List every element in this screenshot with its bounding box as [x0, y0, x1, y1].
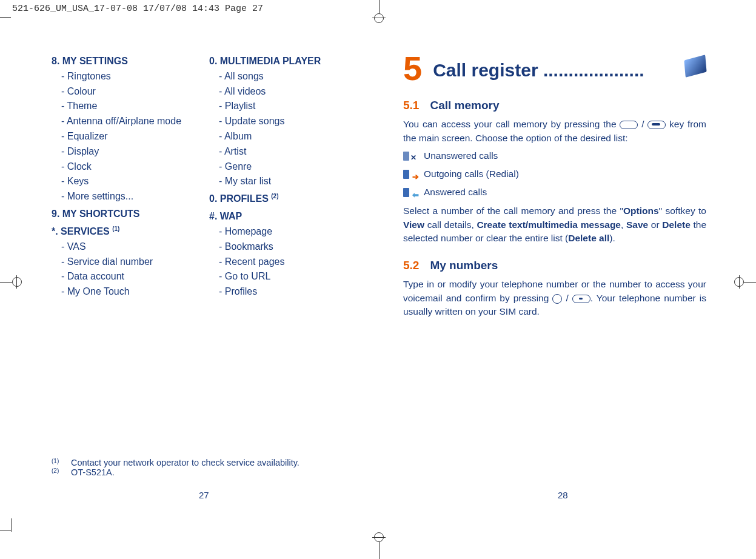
heading-multimedia-player: 0. MULTIMEDIA PLAYER: [209, 54, 355, 69]
call-register-icon: [684, 55, 706, 78]
list-item: Colour: [52, 84, 197, 99]
list-item: Playlist: [209, 99, 355, 114]
left-column-2: 0. MULTIMEDIA PLAYER All songs All video…: [209, 52, 355, 319]
bold-text: View: [403, 219, 424, 230]
paragraph: Type in or modify your telephone number …: [403, 278, 706, 318]
list-item: Data account: [52, 269, 197, 284]
text: call details,: [424, 219, 477, 230]
outgoing-calls-icon: ➔: [403, 169, 415, 179]
list-item: Display: [52, 144, 197, 159]
bold-text: Options: [623, 206, 659, 216]
heading-services: *. SERVICES (1): [52, 224, 197, 239]
list-item: More settings...: [52, 189, 197, 204]
crop-mark-left: [0, 273, 30, 291]
bold-text: Create text/multimedia message: [477, 219, 621, 230]
heading-text: *. SERVICES: [52, 226, 110, 236]
list-item: Profiles: [209, 284, 355, 300]
paragraph: Select a number of the call memory and p…: [403, 204, 706, 245]
footnote-ref: (1): [112, 226, 119, 232]
bold-text: Delete: [662, 219, 691, 230]
call-type-row: ➔ Outgoing calls (Redial): [403, 167, 706, 181]
text: ,: [621, 219, 626, 230]
list-item: VAS: [52, 239, 197, 255]
footnote-ref: (2): [271, 193, 278, 199]
call-type-row: ⬅ Answered calls: [403, 185, 706, 199]
list-item: Theme: [52, 99, 197, 114]
key-icon: [620, 121, 638, 129]
list-item: Album: [209, 129, 355, 144]
footnote-text: Contact your network operator to check s…: [71, 458, 299, 467]
crop-tick: [0, 531, 11, 531]
list-item: Artist: [209, 144, 355, 159]
bold-text: Delete all: [568, 233, 609, 243]
list-item: Antenna off/Airplane mode: [52, 114, 197, 129]
text: You can access your call memory by press…: [403, 119, 620, 129]
footnote-text: OT-S521A.: [71, 467, 115, 477]
answered-calls-icon: ⬅: [403, 187, 415, 197]
crop-tick: [0, 17, 11, 18]
call-type-row: ✕ Unanswered calls: [403, 149, 706, 163]
crop-mark-bottom: [358, 526, 400, 559]
page-number-left: 27: [199, 490, 209, 500]
key-icon: [552, 294, 562, 304]
list-item: Keys: [52, 174, 197, 189]
footnote-marker: (2): [52, 467, 62, 474]
heading-wap: #. WAP: [209, 209, 355, 224]
page-28: 5 Call register .................... 5.1…: [403, 52, 706, 319]
paragraph: You can access your call memory by press…: [403, 118, 706, 145]
heading-my-shortcuts: 9. MY SHORTCUTS: [52, 207, 197, 222]
footnote-2: (2) OT-S521A.: [52, 467, 299, 477]
bold-text: Save: [626, 219, 648, 230]
list-item: My One Touch: [52, 284, 197, 300]
chapter-number: 5: [403, 52, 422, 85]
text: or: [648, 219, 662, 230]
label: Unanswered calls: [424, 149, 498, 163]
list-item: Recent pages: [209, 255, 355, 270]
list-item: Service dial number: [52, 255, 197, 270]
section-5-1: 5.1 Call memory You can access your call…: [403, 96, 706, 246]
heading-profiles: 0. PROFILES (2): [209, 192, 355, 207]
list-item: Homepage: [209, 224, 355, 239]
text: Select a number of the call memory and p…: [403, 206, 623, 216]
list-item: Equalizer: [52, 129, 197, 144]
key-icon: [647, 121, 666, 129]
list-item: All songs: [209, 69, 355, 84]
left-column-1: 8. MY SETTINGS Ringtones Colour Theme An…: [52, 52, 197, 319]
text: " softkey to: [659, 206, 706, 216]
chapter-header: 5 Call register ....................: [403, 52, 706, 85]
list-item: My star list: [209, 174, 355, 189]
list-item: Clock: [52, 159, 197, 175]
crop-mark-right: [726, 273, 756, 291]
section-number: 5.2: [403, 256, 419, 274]
list-item: Ringtones: [52, 69, 197, 84]
crop-tick: [11, 518, 12, 532]
footnote-1: (1) Contact your network operator to che…: [52, 458, 299, 467]
list-item: Bookmarks: [209, 239, 355, 255]
section-5-2: 5.2 My numbers Type in or modify your te…: [403, 256, 706, 319]
list-item: All videos: [209, 84, 355, 99]
heading-my-settings: 8. MY SETTINGS: [52, 54, 197, 69]
section-title: Call memory: [430, 96, 499, 114]
label: Outgoing calls (Redial): [424, 167, 519, 181]
text: ).: [609, 233, 615, 243]
page-number-right: 28: [558, 490, 568, 500]
footnotes: (1) Contact your network operator to che…: [52, 458, 299, 477]
heading-text: 0. PROFILES: [209, 194, 269, 204]
section-title: My numbers: [430, 256, 498, 274]
list-item: Update songs: [209, 114, 355, 129]
crop-mark-top: [358, 0, 400, 21]
key-icon: [572, 295, 590, 303]
list-item: Genre: [209, 159, 355, 175]
list-item: Go to URL: [209, 269, 355, 284]
print-header: 521-626_UM_USA_17-07-08 17/07/08 14:43 P…: [12, 4, 263, 14]
page-27: 8. MY SETTINGS Ringtones Colour Theme An…: [52, 52, 355, 319]
label: Answered calls: [424, 185, 487, 199]
unanswered-calls-icon: ✕: [403, 151, 415, 161]
section-number: 5.1: [403, 96, 419, 114]
footnote-marker: (1): [52, 458, 62, 464]
chapter-title-text: Call register ....................: [433, 52, 674, 83]
